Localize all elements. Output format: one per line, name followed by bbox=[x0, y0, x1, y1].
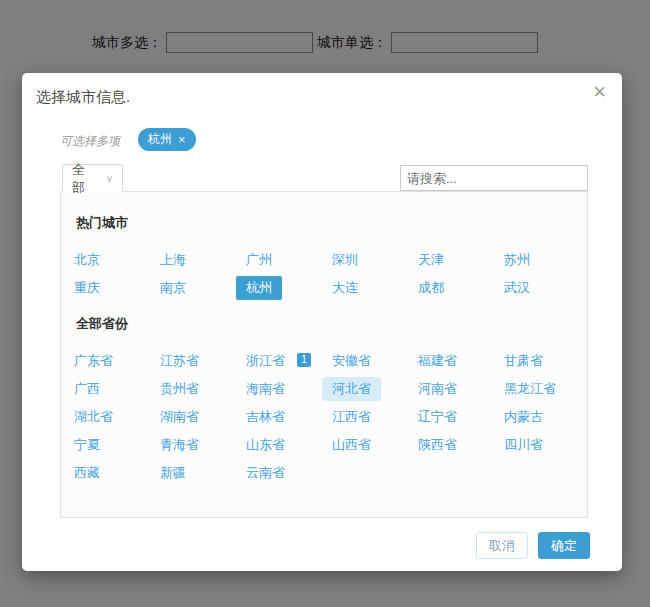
grid-cell: 深圳 bbox=[332, 248, 418, 272]
dialog-footer: 取消 确定 bbox=[476, 532, 590, 559]
province-link[interactable]: 宁夏 bbox=[64, 433, 110, 457]
grid-cell: 湖南省 bbox=[160, 405, 246, 429]
hot-city-link[interactable]: 广州 bbox=[236, 248, 282, 272]
province-link[interactable]: 陕西省 bbox=[408, 433, 467, 457]
province-link[interactable]: 河北省 bbox=[322, 377, 381, 401]
grid-cell: 山西省 bbox=[332, 433, 418, 457]
grid-cell: 浙江省1 bbox=[246, 349, 332, 373]
province-link[interactable]: 浙江省 bbox=[236, 349, 295, 373]
grid-cell: 广东省 bbox=[74, 349, 160, 373]
grid-cell: 甘肃省 bbox=[504, 349, 590, 373]
provinces-grid: 广东省江苏省浙江省1安徽省福建省甘肃省广西贵州省海南省河北省河南省黑龙江省湖北省… bbox=[74, 347, 587, 487]
province-link[interactable]: 黑龙江省 bbox=[494, 377, 566, 401]
hot-city-link[interactable]: 武汉 bbox=[494, 276, 540, 300]
cancel-button[interactable]: 取消 bbox=[476, 532, 528, 559]
grid-cell: 江苏省 bbox=[160, 349, 246, 373]
hot-city-link[interactable]: 南京 bbox=[150, 276, 196, 300]
grid-cell: 苏州 bbox=[504, 248, 590, 272]
hot-cities-grid: 北京上海广州深圳天津苏州重庆南京杭州大连成都武汉 bbox=[74, 246, 587, 302]
grid-cell: 四川省 bbox=[504, 433, 590, 457]
hot-city-link[interactable]: 苏州 bbox=[494, 248, 540, 272]
grid-cell: 贵州省 bbox=[160, 377, 246, 401]
grid-cell: 西藏 bbox=[74, 461, 160, 485]
count-badge: 1 bbox=[297, 353, 311, 367]
province-link[interactable]: 湖南省 bbox=[150, 405, 209, 429]
province-link[interactable]: 江西省 bbox=[322, 405, 381, 429]
city-panel: 热门城市 北京上海广州深圳天津苏州重庆南京杭州大连成都武汉 全部省份 广东省江苏… bbox=[60, 191, 588, 518]
close-icon[interactable]: × bbox=[593, 81, 606, 103]
grid-cell: 大连 bbox=[332, 276, 418, 300]
grid-cell: 广西 bbox=[74, 377, 160, 401]
province-link[interactable]: 吉林省 bbox=[236, 405, 295, 429]
province-link[interactable]: 山东省 bbox=[236, 433, 295, 457]
province-link[interactable]: 云南省 bbox=[236, 461, 295, 485]
province-link[interactable]: 山西省 bbox=[322, 433, 381, 457]
city-picker-dialog: 选择城市信息. × 可选择多项 杭州 × 全部 ∨ 热门城市 北京上海广州深圳天… bbox=[22, 73, 622, 571]
grid-cell: 成都 bbox=[418, 276, 504, 300]
selected-city-tag-label: 杭州 bbox=[148, 131, 172, 148]
grid-cell: 吉林省 bbox=[246, 405, 332, 429]
grid-cell: 安徽省 bbox=[332, 349, 418, 373]
province-link[interactable]: 河南省 bbox=[408, 377, 467, 401]
grid-cell: 河北省 bbox=[332, 377, 418, 401]
province-link[interactable]: 福建省 bbox=[408, 349, 467, 373]
multi-select-hint: 可选择多项 bbox=[60, 133, 120, 150]
confirm-button[interactable]: 确定 bbox=[538, 532, 590, 559]
grid-cell: 青海省 bbox=[160, 433, 246, 457]
grid-cell: 宁夏 bbox=[74, 433, 160, 457]
grid-cell: 辽宁省 bbox=[418, 405, 504, 429]
grid-cell: 内蒙古 bbox=[504, 405, 590, 429]
tab-all[interactable]: 全部 ∨ bbox=[62, 164, 123, 192]
tag-remove-icon[interactable]: × bbox=[178, 132, 186, 147]
hot-city-link[interactable]: 上海 bbox=[150, 248, 196, 272]
tab-all-label: 全部 bbox=[72, 161, 96, 197]
hot-city-link[interactable]: 大连 bbox=[322, 276, 368, 300]
province-link[interactable]: 西藏 bbox=[64, 461, 110, 485]
province-link[interactable]: 海南省 bbox=[236, 377, 295, 401]
grid-cell: 山东省 bbox=[246, 433, 332, 457]
grid-cell: 武汉 bbox=[504, 276, 590, 300]
grid-cell: 湖北省 bbox=[74, 405, 160, 429]
province-link[interactable]: 甘肃省 bbox=[494, 349, 553, 373]
grid-cell: 杭州 bbox=[246, 276, 332, 300]
province-link[interactable]: 湖北省 bbox=[64, 405, 123, 429]
hot-city-link[interactable]: 成都 bbox=[408, 276, 454, 300]
province-link[interactable]: 新疆 bbox=[150, 461, 196, 485]
province-link[interactable]: 四川省 bbox=[494, 433, 553, 457]
province-link[interactable]: 辽宁省 bbox=[408, 405, 467, 429]
hot-city-link[interactable]: 深圳 bbox=[322, 248, 368, 272]
hot-city-link[interactable]: 天津 bbox=[408, 248, 454, 272]
province-link[interactable]: 安徽省 bbox=[322, 349, 381, 373]
grid-cell: 河南省 bbox=[418, 377, 504, 401]
grid-cell: 上海 bbox=[160, 248, 246, 272]
province-link[interactable]: 江苏省 bbox=[150, 349, 209, 373]
grid-cell: 南京 bbox=[160, 276, 246, 300]
grid-cell: 天津 bbox=[418, 248, 504, 272]
chevron-down-icon: ∨ bbox=[106, 173, 113, 184]
search-input[interactable] bbox=[400, 165, 588, 191]
grid-cell: 北京 bbox=[74, 248, 160, 272]
selected-city-tag: 杭州 × bbox=[138, 128, 196, 151]
province-link[interactable]: 内蒙古 bbox=[494, 405, 553, 429]
grid-cell: 黑龙江省 bbox=[504, 377, 590, 401]
hot-cities-title: 热门城市 bbox=[76, 214, 587, 232]
hot-city-link[interactable]: 北京 bbox=[64, 248, 110, 272]
grid-cell: 江西省 bbox=[332, 405, 418, 429]
grid-cell: 云南省 bbox=[246, 461, 332, 485]
grid-cell: 重庆 bbox=[74, 276, 160, 300]
hot-city-link[interactable]: 杭州 bbox=[236, 276, 282, 300]
grid-cell: 陕西省 bbox=[418, 433, 504, 457]
province-link[interactable]: 贵州省 bbox=[150, 377, 209, 401]
province-link[interactable]: 广西 bbox=[64, 377, 110, 401]
provinces-title: 全部省份 bbox=[76, 315, 587, 333]
grid-cell: 海南省 bbox=[246, 377, 332, 401]
grid-cell: 广州 bbox=[246, 248, 332, 272]
dialog-title: 选择城市信息. bbox=[36, 88, 130, 107]
hot-city-link[interactable]: 重庆 bbox=[64, 276, 110, 300]
grid-cell: 福建省 bbox=[418, 349, 504, 373]
province-link[interactable]: 广东省 bbox=[64, 349, 123, 373]
province-link[interactable]: 青海省 bbox=[150, 433, 209, 457]
grid-cell: 新疆 bbox=[160, 461, 246, 485]
